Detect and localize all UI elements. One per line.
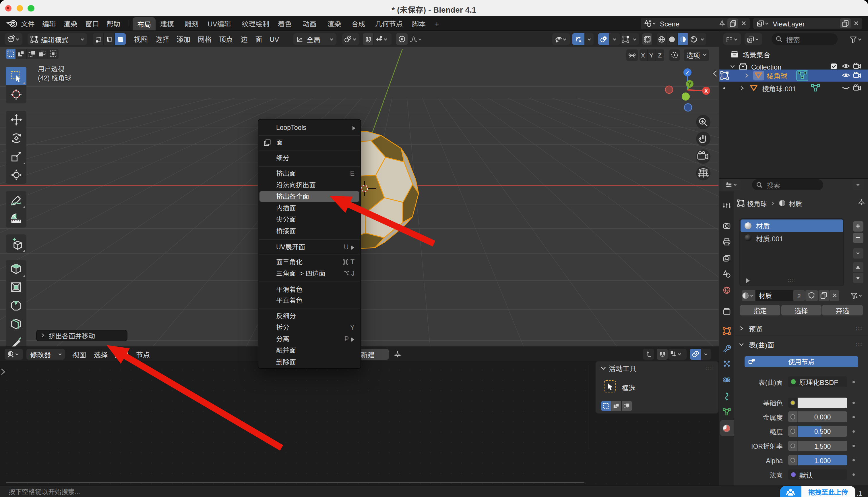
svg-text:X: X <box>704 88 708 94</box>
svg-text:Z: Z <box>686 70 689 75</box>
svg-text:Y: Y <box>688 81 691 87</box>
